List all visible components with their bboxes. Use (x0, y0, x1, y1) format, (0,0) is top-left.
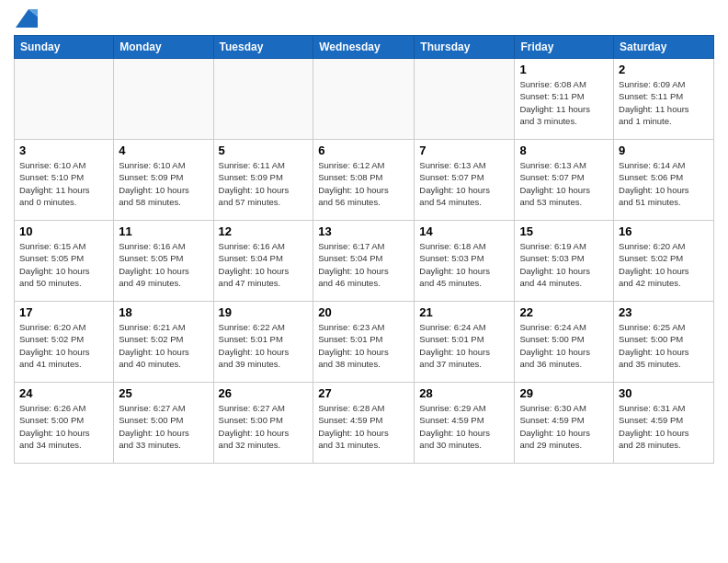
weekday-saturday: Saturday (614, 36, 714, 59)
day-number: 22 (519, 305, 609, 319)
day-number: 21 (419, 305, 509, 319)
weekday-monday: Monday (114, 36, 213, 59)
calendar-cell: 13Sunrise: 6:17 AM Sunset: 5:04 PM Dayli… (313, 221, 415, 302)
day-number: 9 (619, 144, 709, 157)
day-info: Sunrise: 6:08 AM Sunset: 5:11 PM Dayligh… (519, 78, 609, 127)
calendar-cell (213, 59, 313, 140)
day-info: Sunrise: 6:15 AM Sunset: 5:05 PM Dayligh… (19, 240, 108, 289)
day-info: Sunrise: 6:28 AM Sunset: 4:59 PM Dayligh… (318, 402, 409, 451)
weekday-friday: Friday (515, 36, 614, 59)
weekday-header-row: SundayMondayTuesdayWednesdayThursdayFrid… (15, 36, 714, 59)
day-info: Sunrise: 6:25 AM Sunset: 5:00 PM Dayligh… (619, 321, 709, 370)
day-info: Sunrise: 6:24 AM Sunset: 5:00 PM Dayligh… (519, 321, 609, 370)
day-number: 20 (318, 305, 409, 319)
calendar-cell (313, 59, 415, 140)
day-info: Sunrise: 6:10 AM Sunset: 5:09 PM Dayligh… (119, 159, 208, 208)
logo-text (14, 9, 40, 28)
calendar-cell: 10Sunrise: 6:15 AM Sunset: 5:05 PM Dayli… (15, 221, 114, 302)
week-row-4: 24Sunrise: 6:26 AM Sunset: 5:00 PM Dayli… (15, 383, 714, 464)
day-number: 19 (219, 305, 309, 319)
calendar-cell: 18Sunrise: 6:21 AM Sunset: 5:02 PM Dayli… (114, 302, 213, 383)
calendar-table: SundayMondayTuesdayWednesdayThursdayFrid… (14, 35, 714, 464)
day-number: 7 (419, 144, 509, 157)
day-number: 26 (219, 386, 309, 400)
calendar-cell: 1Sunrise: 6:08 AM Sunset: 5:11 PM Daylig… (515, 59, 614, 140)
day-number: 11 (119, 224, 208, 238)
day-info: Sunrise: 6:27 AM Sunset: 5:00 PM Dayligh… (219, 402, 309, 451)
calendar-cell (415, 59, 515, 140)
day-info: Sunrise: 6:12 AM Sunset: 5:08 PM Dayligh… (318, 159, 409, 208)
calendar-cell: 5Sunrise: 6:11 AM Sunset: 5:09 PM Daylig… (213, 140, 313, 221)
day-info: Sunrise: 6:16 AM Sunset: 5:05 PM Dayligh… (119, 240, 208, 289)
day-number: 8 (519, 144, 609, 157)
calendar-cell (15, 59, 114, 140)
calendar-cell: 27Sunrise: 6:28 AM Sunset: 4:59 PM Dayli… (313, 383, 415, 464)
week-row-2: 10Sunrise: 6:15 AM Sunset: 5:05 PM Dayli… (15, 221, 714, 302)
day-number: 13 (318, 224, 409, 238)
day-number: 18 (119, 305, 208, 319)
calendar-cell: 2Sunrise: 6:09 AM Sunset: 5:11 PM Daylig… (614, 59, 714, 140)
calendar-cell: 6Sunrise: 6:12 AM Sunset: 5:08 PM Daylig… (313, 140, 415, 221)
day-number: 2 (619, 63, 709, 76)
day-number: 30 (619, 386, 709, 400)
calendar-cell: 28Sunrise: 6:29 AM Sunset: 4:59 PM Dayli… (415, 383, 515, 464)
weekday-sunday: Sunday (15, 36, 114, 59)
calendar-cell: 7Sunrise: 6:13 AM Sunset: 5:07 PM Daylig… (415, 140, 515, 221)
day-number: 5 (219, 144, 309, 157)
calendar-cell: 23Sunrise: 6:25 AM Sunset: 5:00 PM Dayli… (614, 302, 714, 383)
day-number: 29 (519, 386, 609, 400)
day-info: Sunrise: 6:22 AM Sunset: 5:01 PM Dayligh… (219, 321, 309, 370)
day-info: Sunrise: 6:11 AM Sunset: 5:09 PM Dayligh… (219, 159, 309, 208)
calendar-cell: 8Sunrise: 6:13 AM Sunset: 5:07 PM Daylig… (515, 140, 614, 221)
day-number: 12 (219, 224, 309, 238)
day-info: Sunrise: 6:13 AM Sunset: 5:07 PM Dayligh… (419, 159, 509, 208)
day-number: 10 (19, 224, 108, 238)
day-info: Sunrise: 6:24 AM Sunset: 5:01 PM Dayligh… (419, 321, 509, 370)
calendar-cell: 30Sunrise: 6:31 AM Sunset: 4:59 PM Dayli… (614, 383, 714, 464)
day-number: 17 (19, 305, 108, 319)
logo-icon (16, 9, 38, 28)
day-info: Sunrise: 6:26 AM Sunset: 5:00 PM Dayligh… (19, 402, 108, 451)
calendar-cell: 21Sunrise: 6:24 AM Sunset: 5:01 PM Dayli… (415, 302, 515, 383)
day-info: Sunrise: 6:23 AM Sunset: 5:01 PM Dayligh… (318, 321, 409, 370)
day-number: 16 (619, 224, 709, 238)
day-number: 28 (419, 386, 509, 400)
week-row-3: 17Sunrise: 6:20 AM Sunset: 5:02 PM Dayli… (15, 302, 714, 383)
page: SundayMondayTuesdayWednesdayThursdayFrid… (0, 0, 728, 473)
day-info: Sunrise: 6:27 AM Sunset: 5:00 PM Dayligh… (119, 402, 208, 451)
weekday-thursday: Thursday (415, 36, 515, 59)
calendar-cell: 29Sunrise: 6:30 AM Sunset: 4:59 PM Dayli… (515, 383, 614, 464)
header (14, 9, 714, 28)
day-info: Sunrise: 6:21 AM Sunset: 5:02 PM Dayligh… (119, 321, 208, 370)
day-info: Sunrise: 6:16 AM Sunset: 5:04 PM Dayligh… (219, 240, 309, 289)
day-info: Sunrise: 6:18 AM Sunset: 5:03 PM Dayligh… (419, 240, 509, 289)
day-number: 1 (519, 63, 609, 76)
weekday-wednesday: Wednesday (313, 36, 415, 59)
weekday-tuesday: Tuesday (213, 36, 313, 59)
day-number: 23 (619, 305, 709, 319)
day-number: 27 (318, 386, 409, 400)
calendar-cell: 22Sunrise: 6:24 AM Sunset: 5:00 PM Dayli… (515, 302, 614, 383)
day-number: 24 (19, 386, 108, 400)
calendar-cell: 3Sunrise: 6:10 AM Sunset: 5:10 PM Daylig… (15, 140, 114, 221)
day-number: 6 (318, 144, 409, 157)
calendar-cell (114, 59, 213, 140)
day-info: Sunrise: 6:13 AM Sunset: 5:07 PM Dayligh… (519, 159, 609, 208)
calendar-cell: 14Sunrise: 6:18 AM Sunset: 5:03 PM Dayli… (415, 221, 515, 302)
week-row-0: 1Sunrise: 6:08 AM Sunset: 5:11 PM Daylig… (15, 59, 714, 140)
day-info: Sunrise: 6:10 AM Sunset: 5:10 PM Dayligh… (19, 159, 108, 208)
logo (14, 9, 40, 28)
day-info: Sunrise: 6:09 AM Sunset: 5:11 PM Dayligh… (619, 78, 709, 127)
day-number: 15 (519, 224, 609, 238)
day-number: 25 (119, 386, 208, 400)
day-info: Sunrise: 6:20 AM Sunset: 5:02 PM Dayligh… (619, 240, 709, 289)
day-number: 14 (419, 224, 509, 238)
day-info: Sunrise: 6:14 AM Sunset: 5:06 PM Dayligh… (619, 159, 709, 208)
calendar-cell: 9Sunrise: 6:14 AM Sunset: 5:06 PM Daylig… (614, 140, 714, 221)
calendar-cell: 26Sunrise: 6:27 AM Sunset: 5:00 PM Dayli… (213, 383, 313, 464)
calendar-cell: 24Sunrise: 6:26 AM Sunset: 5:00 PM Dayli… (15, 383, 114, 464)
day-info: Sunrise: 6:17 AM Sunset: 5:04 PM Dayligh… (318, 240, 409, 289)
calendar-cell: 17Sunrise: 6:20 AM Sunset: 5:02 PM Dayli… (15, 302, 114, 383)
calendar-cell: 4Sunrise: 6:10 AM Sunset: 5:09 PM Daylig… (114, 140, 213, 221)
calendar-cell: 12Sunrise: 6:16 AM Sunset: 5:04 PM Dayli… (213, 221, 313, 302)
